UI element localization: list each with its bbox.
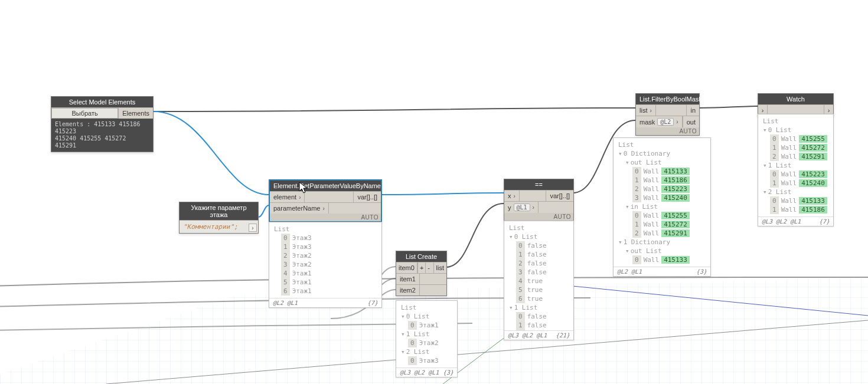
chevron-right-icon: › bbox=[299, 194, 301, 201]
node-select-model-elements[interactable]: Select Model Elements Выбрать Elements E… bbox=[51, 96, 154, 152]
svg-line-1 bbox=[106, 320, 868, 384]
node-code-block[interactable]: Укажите параметр этажа "Комментарии"; › bbox=[179, 202, 259, 234]
port-output[interactable]: var[]..[] bbox=[546, 191, 573, 201]
port-elements[interactable]: Elements bbox=[118, 108, 153, 119]
code-out-port[interactable]: › bbox=[249, 224, 257, 232]
port-in[interactable]: in bbox=[686, 105, 699, 116]
port-list[interactable]: list› bbox=[636, 105, 656, 116]
chevron-right-icon: › bbox=[650, 107, 651, 114]
node-title: == bbox=[504, 179, 573, 190]
add-item-button[interactable]: + bbox=[417, 262, 425, 273]
port-item0[interactable]: item0 bbox=[396, 262, 417, 273]
svg-line-3 bbox=[573, 286, 868, 316]
port-list[interactable]: list bbox=[433, 262, 446, 273]
node-title: Watch bbox=[758, 94, 833, 104]
node-get-parameter-value[interactable]: Element.GetParameterValueByName element›… bbox=[269, 179, 382, 222]
lacing-footer: AUTO bbox=[636, 127, 699, 135]
node-filter-bool-mask[interactable]: List.FilterByBoolMask list› in mask @L2›… bbox=[635, 93, 700, 136]
group-title: Укажите параметр этажа bbox=[180, 202, 258, 220]
lacing-footer: AUTO bbox=[270, 214, 381, 221]
node-list-create[interactable]: List Create item0 + - list item1 item2 bbox=[396, 251, 447, 296]
port-mask[interactable]: mask @L2› bbox=[636, 116, 683, 127]
remove-item-button[interactable]: - bbox=[425, 262, 432, 273]
node-equals[interactable]: == x› var[]..[] y @L1› AUTO bbox=[504, 179, 574, 221]
elements-readout: Elements : 415133 415186 415223415240 41… bbox=[51, 119, 153, 152]
select-button[interactable]: Выбрать bbox=[51, 108, 118, 119]
preview-list-create: List▾0 List0Этаж1▾1 List0Этаж2▾2 List0Эт… bbox=[396, 300, 458, 378]
chevron-right-icon: › bbox=[514, 193, 515, 199]
lacing-footer: AUTO bbox=[504, 213, 573, 221]
node-title: Select Model Elements bbox=[51, 97, 153, 107]
port-element[interactable]: element› bbox=[270, 192, 305, 202]
node-title: List Create bbox=[396, 251, 446, 262]
preview-filter-bool-mask: List▾0 Dictionary▾out List0Wall4151331Wa… bbox=[613, 137, 711, 277]
port-x[interactable]: x› bbox=[504, 191, 520, 201]
code-body[interactable]: "Комментарии"; bbox=[180, 220, 258, 233]
node-title: Element.GetParameterValueByName bbox=[270, 180, 381, 191]
preview-equals: List▾0 List0false1false2false3false4true… bbox=[504, 221, 574, 340]
port-item1[interactable]: item1 bbox=[396, 274, 420, 284]
node-title: List.FilterByBoolMask bbox=[636, 94, 699, 104]
port-parametername[interactable]: parameterName› bbox=[270, 203, 329, 214]
node-watch[interactable]: Watch › › bbox=[758, 93, 834, 116]
preview-watch: List▾0 List0Wall4152551Wall4152722Wall41… bbox=[758, 114, 834, 227]
chevron-right-icon: › bbox=[676, 119, 678, 125]
chevron-right-icon: › bbox=[322, 205, 324, 212]
port-output[interactable]: var[]..[] bbox=[353, 192, 381, 202]
chevron-right-icon: › bbox=[533, 204, 534, 211]
port-item2[interactable]: item2 bbox=[396, 285, 420, 296]
port-y[interactable]: y @L1› bbox=[504, 202, 539, 213]
preview-get-parameter: List0Этаж31Этаж32Этаж23Этаж24Этаж15Этаж1… bbox=[269, 222, 382, 308]
port-out[interactable]: out bbox=[683, 116, 699, 127]
